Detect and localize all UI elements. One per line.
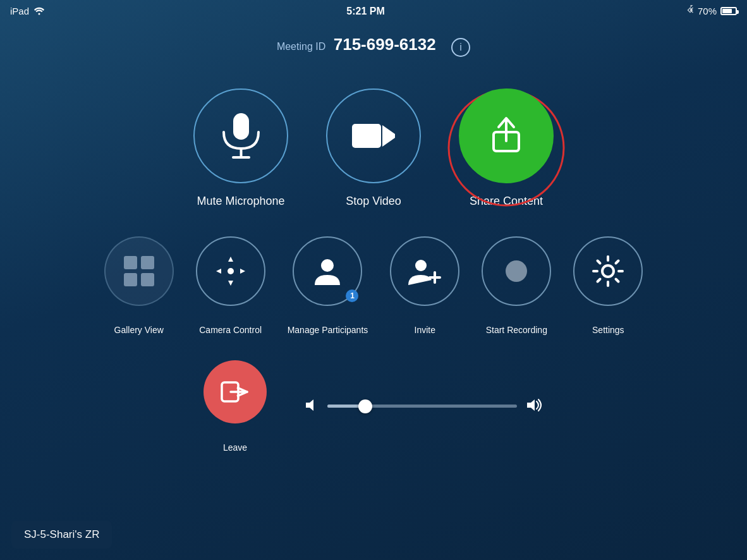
bluetooth-icon (687, 5, 694, 17)
svg-marker-13 (228, 257, 233, 262)
svg-rect-1 (233, 113, 249, 140)
svg-line-29 (598, 279, 600, 281)
stop-video-circle[interactable] (326, 88, 421, 183)
invite-button[interactable]: Invite (390, 236, 459, 335)
stop-video-label: Stop Video (346, 195, 401, 208)
stop-video-button[interactable]: Stop Video (326, 88, 421, 208)
svg-line-27 (598, 260, 600, 263)
svg-point-18 (415, 260, 427, 271)
leave-area: Leave (0, 360, 747, 453)
device-label: iPad (10, 6, 29, 16)
svg-point-21 (506, 260, 527, 282)
camera-control-label: Camera Control (199, 325, 262, 335)
settings-circle[interactable] (573, 236, 643, 306)
svg-rect-8 (124, 256, 137, 269)
invite-circle[interactable] (390, 236, 459, 306)
svg-point-17 (321, 259, 334, 272)
status-time: 5:21 PM (346, 6, 384, 17)
status-bar: iPad 5:21 PM 70% (0, 0, 747, 22)
meeting-header: Meeting ID 715-699-6132 i (0, 35, 747, 57)
wifi-icon (34, 6, 44, 16)
mute-microphone-button[interactable]: Mute Microphone (193, 88, 288, 208)
manage-participants-label: Manage Participants (288, 325, 368, 335)
svg-point-0 (39, 13, 40, 15)
svg-rect-4 (352, 124, 381, 148)
mute-microphone-circle[interactable] (193, 88, 288, 183)
settings-label: Settings (592, 325, 624, 335)
meeting-id-value: 715-699-6132 (334, 35, 436, 54)
start-recording-circle[interactable] (482, 236, 551, 306)
bottom-controls: Gallery View Camera Control 1 Manage Par… (0, 236, 747, 335)
volume-low-icon (305, 398, 319, 415)
svg-point-12 (228, 268, 234, 274)
gallery-view-circle[interactable] (104, 236, 174, 306)
svg-rect-9 (141, 256, 154, 269)
mute-microphone-label: Mute Microphone (197, 195, 284, 208)
manage-participants-circle[interactable]: 1 (293, 236, 362, 306)
svg-rect-11 (141, 273, 154, 286)
svg-marker-33 (306, 399, 313, 411)
invite-label: Invite (415, 325, 435, 335)
main-controls: Mute Microphone Stop Video Share Content (0, 88, 747, 208)
svg-line-30 (616, 260, 619, 263)
leave-circle[interactable] (203, 360, 267, 423)
manage-participants-button[interactable]: 1 Manage Participants (288, 236, 368, 335)
room-label: SJ-5-Shari's ZR (11, 521, 112, 549)
camera-control-button[interactable]: Camera Control (196, 236, 265, 335)
share-content-button[interactable]: Share Content (459, 88, 554, 208)
share-content-label: Share Content (470, 195, 543, 208)
leave-label: Leave (223, 442, 247, 453)
svg-marker-16 (240, 269, 245, 274)
volume-thumb[interactable] (358, 399, 372, 413)
leave-button[interactable]: Leave (203, 360, 267, 453)
battery-percent: 70% (698, 6, 717, 16)
volume-high-icon (526, 398, 544, 415)
info-icon[interactable]: i (451, 38, 470, 57)
participant-badge: 1 (346, 289, 358, 302)
volume-slider[interactable] (327, 405, 517, 408)
svg-point-22 (602, 265, 614, 277)
settings-button[interactable]: Settings (573, 236, 643, 335)
svg-rect-10 (124, 273, 137, 286)
battery-icon (720, 7, 737, 15)
start-recording-button[interactable]: Start Recording (482, 236, 551, 335)
svg-marker-15 (216, 269, 221, 274)
camera-control-circle[interactable] (196, 236, 265, 306)
volume-control[interactable] (305, 398, 544, 415)
svg-line-28 (616, 279, 619, 281)
gallery-view-button[interactable]: Gallery View (104, 236, 174, 335)
svg-marker-14 (228, 281, 233, 286)
meeting-id-label: Meeting ID (277, 41, 325, 52)
start-recording-label: Start Recording (486, 325, 547, 335)
svg-marker-5 (382, 125, 395, 147)
share-content-circle[interactable] (459, 88, 554, 183)
svg-marker-34 (527, 399, 535, 411)
gallery-view-label: Gallery View (114, 325, 164, 335)
